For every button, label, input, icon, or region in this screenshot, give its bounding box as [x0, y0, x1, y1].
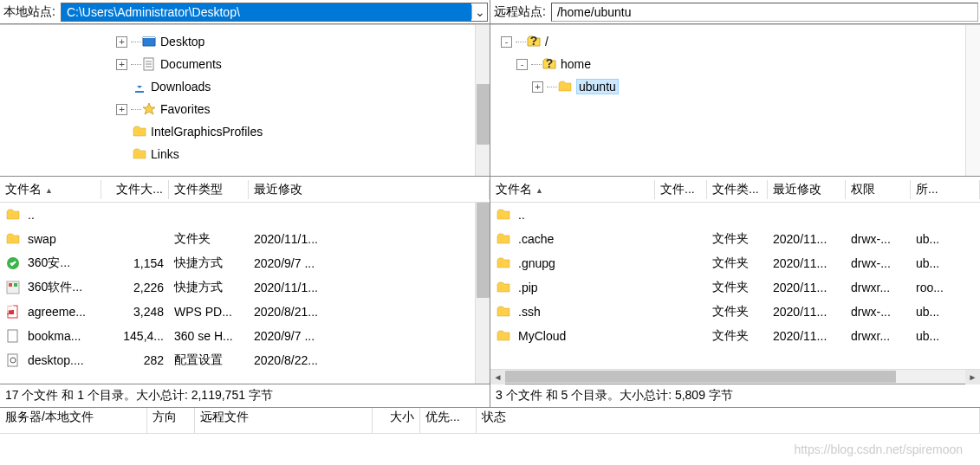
tree-item[interactable]: IntelGraphicsProfiles: [3, 120, 471, 143]
col-type[interactable]: 文件类型: [169, 180, 249, 199]
remote-tree-scrollbar[interactable]: [965, 25, 980, 176]
expand-toggle[interactable]: -: [516, 59, 528, 70]
unknown-icon: [526, 34, 542, 49]
table-row[interactable]: agreeme...3,248WPS PD...2020/8/21...: [0, 300, 475, 324]
col-name[interactable]: 文件名▲: [0, 180, 101, 199]
status-bars: 17 个文件 和 1 个目录。大小总计: 2,119,751 字节 3 个文件 …: [0, 384, 980, 408]
table-row[interactable]: .pip文件夹2020/11...drwxr...roo...: [490, 275, 980, 300]
tree-label: Desktop: [160, 35, 204, 48]
tree-item[interactable]: +Desktop: [3, 30, 471, 53]
scroll-right-icon[interactable]: ►: [965, 370, 980, 384]
tree-item[interactable]: Downloads: [3, 75, 471, 98]
file-icon: [5, 328, 21, 344]
folder-icon: [5, 207, 21, 223]
q-col-dir[interactable]: 方向: [147, 408, 195, 433]
table-row[interactable]: ..: [490, 203, 980, 227]
local-tree: +Desktop+DocumentsDownloads+FavoritesInt…: [0, 24, 490, 176]
remote-tree-body[interactable]: -/-home+ubuntu: [490, 25, 965, 176]
scroll-left-icon[interactable]: ◄: [490, 370, 505, 384]
tree-label: /: [545, 35, 548, 48]
folder-icon: [132, 146, 147, 162]
tree-item[interactable]: +Favorites: [3, 98, 471, 120]
remote-file-list: 文件名▲ 文件... 文件类... 最近修改 权限 所... ...cache文…: [490, 177, 980, 384]
folder-icon: [496, 304, 511, 320]
tree-item[interactable]: -/: [494, 30, 962, 53]
col-type[interactable]: 文件类...: [707, 180, 768, 199]
expand-toggle[interactable]: +: [116, 36, 127, 48]
remote-list-hscroll[interactable]: ◄ ►: [490, 369, 980, 384]
ini-icon: [5, 352, 21, 368]
app-orange-icon: [5, 280, 21, 295]
col-size[interactable]: 文件大...: [101, 180, 169, 199]
doc-icon: [141, 56, 157, 72]
col-modified[interactable]: 最近修改: [768, 180, 846, 199]
tree-item[interactable]: Links: [3, 143, 471, 165]
col-name[interactable]: 文件名▲: [490, 180, 655, 199]
remote-list-body[interactable]: ...cache文件夹2020/11...drwx-...ub....gnupg…: [490, 203, 980, 369]
table-row[interactable]: MyCloud文件夹2020/11...drwxr...ub...: [490, 324, 980, 348]
table-row[interactable]: bookma...145,4...360 se H...2020/9/7 ...: [0, 324, 475, 348]
table-row[interactable]: .gnupg文件夹2020/11...drwx-...ub...: [490, 251, 980, 275]
tree-label: Links: [151, 147, 179, 161]
local-site-label: 本地站点:: [0, 3, 59, 22]
table-row[interactable]: swap文件夹2020/11/1...: [0, 227, 475, 251]
app-green-icon: [5, 255, 21, 271]
unknown-icon: [542, 56, 557, 72]
local-path-dropdown-icon[interactable]: ⌄: [471, 5, 487, 19]
tree-item[interactable]: +ubuntu: [494, 75, 962, 98]
q-col-prio[interactable]: 优先...: [420, 408, 477, 433]
local-tree-scrollbar[interactable]: [475, 25, 490, 176]
folder-icon: [496, 255, 511, 271]
tree-item[interactable]: -home: [494, 53, 962, 75]
table-row[interactable]: desktop....282配置设置2020/8/22...: [0, 348, 475, 372]
watermark: https://blog.csdn.net/spiremoon: [794, 442, 963, 456]
folder-blue-icon: [141, 34, 157, 49]
folder-icon: [496, 231, 511, 247]
queue-body[interactable]: https://blog.csdn.net/spiremoon: [0, 434, 980, 465]
remote-status: 3 个文件 和 5 个目录。大小总计: 5,809 字节: [490, 384, 980, 407]
table-row[interactable]: 360软件...2,226快捷方式2020/11/1...: [0, 275, 475, 300]
remote-tree: -/-home+ubuntu: [490, 24, 980, 176]
col-perm[interactable]: 权限: [846, 180, 911, 199]
local-list-scrollbar[interactable]: [475, 203, 490, 384]
local-status: 17 个文件 和 1 个目录。大小总计: 2,119,751 字节: [0, 384, 490, 407]
q-col-server[interactable]: 服务器/本地文件: [0, 408, 147, 433]
local-list-body[interactable]: ..swap文件夹2020/11/1...360安...1,154快捷方式202…: [0, 203, 475, 384]
q-col-remote[interactable]: 远程文件: [195, 408, 373, 433]
folder-icon: [557, 79, 573, 94]
sort-asc-icon: ▲: [535, 186, 543, 195]
col-size[interactable]: 文件...: [655, 180, 707, 199]
folder-icon: [496, 280, 511, 295]
folder-icon: [5, 231, 21, 247]
col-own[interactable]: 所...: [911, 180, 980, 199]
col-modified[interactable]: 最近修改: [249, 180, 490, 199]
local-file-list: 文件名▲ 文件大... 文件类型 最近修改 ..swap文件夹2020/11/1…: [0, 177, 490, 384]
tree-label: Documents: [160, 57, 222, 71]
local-tree-body[interactable]: +Desktop+DocumentsDownloads+FavoritesInt…: [0, 25, 475, 176]
remote-path-input[interactable]: /home/ubuntu: [551, 3, 978, 22]
expand-toggle[interactable]: +: [116, 104, 127, 115]
tree-label: Downloads: [151, 80, 211, 94]
table-row[interactable]: .cache文件夹2020/11...drwx-...ub...: [490, 227, 980, 251]
local-address-bar: 本地站点: ⌄: [0, 0, 490, 24]
expand-toggle[interactable]: -: [501, 36, 512, 48]
queue-headers: 服务器/本地文件 方向 远程文件 大小 优先... 状态: [0, 408, 980, 434]
table-row[interactable]: 360安...1,154快捷方式2020/9/7 ...: [0, 251, 475, 275]
q-col-size[interactable]: 大小: [373, 408, 420, 433]
expand-toggle[interactable]: +: [532, 81, 543, 93]
local-path-input[interactable]: [62, 3, 471, 21]
remote-address-bar: 远程站点: /home/ubuntu: [490, 0, 980, 24]
table-row[interactable]: ..: [0, 203, 475, 227]
q-col-status[interactable]: 状态: [477, 408, 980, 433]
local-pane: 本地站点: ⌄ +Desktop+DocumentsDownloads+Favo…: [0, 0, 490, 176]
tree-label: home: [561, 57, 591, 71]
download-icon: [132, 79, 147, 94]
tree-item[interactable]: +Documents: [3, 53, 471, 75]
file-lists: 文件名▲ 文件大... 文件类型 最近修改 ..swap文件夹2020/11/1…: [0, 177, 980, 384]
table-row[interactable]: .ssh文件夹2020/11...drwx-...ub...: [490, 300, 980, 324]
tree-label: IntelGraphicsProfiles: [151, 125, 263, 139]
folder-icon: [132, 124, 147, 139]
folder-icon: [496, 328, 511, 344]
local-path-combo[interactable]: ⌄: [61, 3, 488, 22]
expand-toggle[interactable]: +: [116, 59, 127, 70]
